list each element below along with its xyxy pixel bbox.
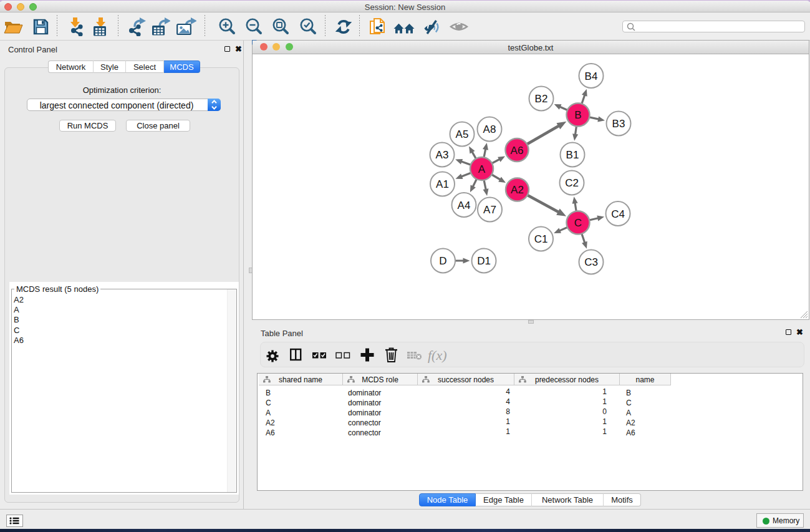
svg-text:A6: A6	[511, 145, 524, 157]
svg-text:D: D	[439, 255, 446, 267]
svg-text:A3: A3	[436, 149, 449, 161]
svg-text:C1: C1	[534, 233, 548, 245]
svg-text:A5: A5	[456, 128, 469, 140]
svg-text:A: A	[478, 163, 486, 175]
svg-text:B: B	[574, 109, 581, 121]
svg-text:C2: C2	[565, 177, 579, 189]
svg-text:A8: A8	[483, 123, 496, 135]
svg-text:A4: A4	[458, 200, 471, 211]
svg-text:C4: C4	[611, 208, 625, 220]
svg-text:B4: B4	[585, 70, 598, 82]
svg-text:A1: A1	[436, 178, 449, 190]
svg-text:B3: B3	[612, 118, 625, 130]
svg-text:A7: A7	[483, 204, 496, 216]
svg-text:A2: A2	[511, 184, 524, 196]
svg-text:C: C	[574, 217, 582, 229]
svg-text:B1: B1	[566, 149, 579, 161]
svg-text:B2: B2	[535, 93, 548, 105]
svg-text:D1: D1	[477, 255, 491, 267]
svg-text:C3: C3	[584, 256, 598, 268]
